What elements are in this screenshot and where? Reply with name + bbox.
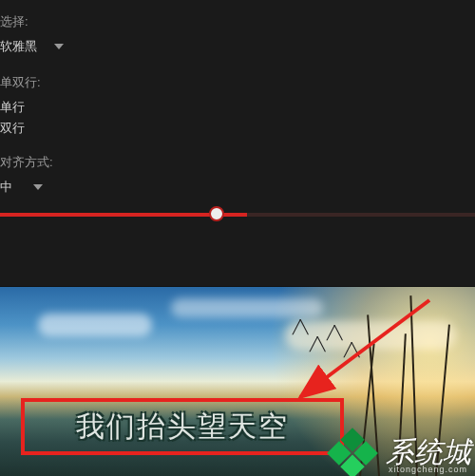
align-select[interactable]: 中 — [0, 179, 475, 196]
lyric-preview: ╱╲╱╲ ╱╲╱╲ yigeyi.baldu.com 我们抬头望天空 系统城 x… — [0, 286, 475, 476]
timeline-slider[interactable] — [0, 209, 475, 219]
radio-option-label: 单行 — [0, 99, 25, 116]
align-label: 对齐方式: — [0, 154, 475, 171]
font-select[interactable]: 软雅黑 — [0, 38, 475, 55]
chevron-down-icon — [33, 184, 43, 190]
line-mode-group: 单行 双行 — [0, 99, 475, 137]
align-select-value: 中 — [0, 179, 12, 196]
watermark-url: xitongcheng.com — [389, 465, 467, 474]
logo-icon — [327, 428, 378, 476]
line-mode-double[interactable]: 双行 — [0, 120, 475, 137]
chevron-down-icon — [54, 44, 64, 49]
timeline-handle[interactable] — [209, 206, 224, 221]
line-mode-single[interactable]: 单行 — [0, 99, 475, 116]
line-mode-label: 单双行: — [0, 74, 475, 91]
radio-option-label: 双行 — [0, 120, 25, 137]
font-select-label: 选择: — [0, 13, 475, 30]
lyric-text: 我们抬头望天空 — [76, 408, 289, 447]
lyric-callout: 我们抬头望天空 — [21, 398, 344, 455]
timeline-remaining — [247, 213, 475, 217]
font-select-value: 软雅黑 — [0, 38, 37, 55]
